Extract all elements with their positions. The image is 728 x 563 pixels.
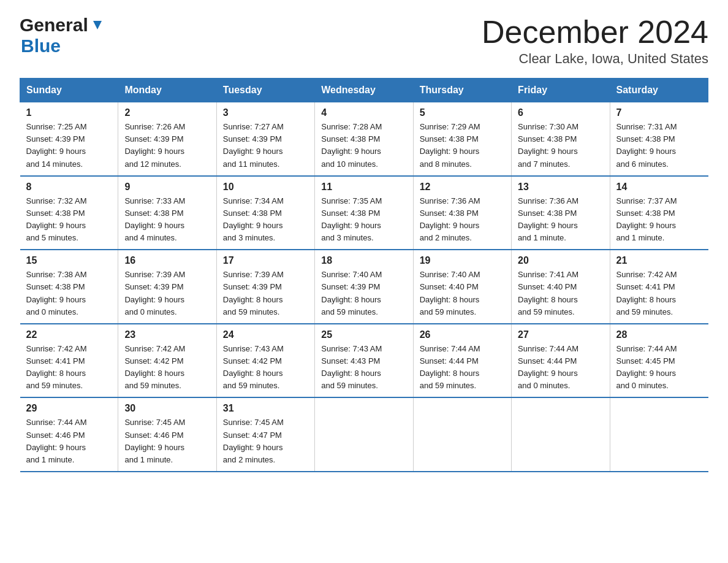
calendar-cell: 30 Sunrise: 7:45 AMSunset: 4:46 PMDaylig… — [118, 397, 216, 472]
calendar-cell: 24 Sunrise: 7:43 AMSunset: 4:42 PMDaylig… — [216, 324, 314, 398]
calendar-cell: 27 Sunrise: 7:44 AMSunset: 4:44 PMDaylig… — [512, 324, 610, 398]
calendar-title: December 2024 — [482, 15, 708, 50]
day-info: Sunrise: 7:40 AMSunset: 4:40 PMDaylight:… — [420, 269, 505, 318]
day-info: Sunrise: 7:29 AMSunset: 4:38 PMDaylight:… — [420, 121, 505, 170]
page-header: General Blue December 2024 Clear Lake, I… — [20, 15, 708, 67]
calendar-cell: 25 Sunrise: 7:43 AMSunset: 4:43 PMDaylig… — [315, 324, 413, 398]
calendar-cell — [610, 397, 708, 472]
day-number: 29 — [26, 403, 112, 414]
logo-arrow — [91, 18, 104, 32]
day-info: Sunrise: 7:28 AMSunset: 4:38 PMDaylight:… — [321, 121, 406, 170]
day-of-week-header: Thursday — [413, 79, 511, 102]
title-block: December 2024 Clear Lake, Iowa, United S… — [482, 15, 708, 67]
day-info: Sunrise: 7:40 AMSunset: 4:39 PMDaylight:… — [321, 269, 406, 318]
day-number: 14 — [616, 182, 702, 193]
day-number: 24 — [223, 329, 308, 340]
calendar-cell — [512, 397, 610, 472]
day-of-week-header: Saturday — [610, 79, 708, 102]
calendar-cell: 13 Sunrise: 7:36 AMSunset: 4:38 PMDaylig… — [512, 176, 610, 250]
day-number: 16 — [124, 255, 210, 266]
day-number: 19 — [420, 255, 505, 266]
day-number: 26 — [420, 329, 505, 340]
day-info: Sunrise: 7:39 AMSunset: 4:39 PMDaylight:… — [223, 269, 308, 318]
logo-blue: Blue — [20, 36, 61, 56]
day-info: Sunrise: 7:43 AMSunset: 4:42 PMDaylight:… — [223, 343, 308, 393]
calendar-subtitle: Clear Lake, Iowa, United States — [482, 51, 708, 67]
calendar-cell — [413, 397, 511, 472]
logo-general: General — [20, 15, 88, 36]
day-info: Sunrise: 7:35 AMSunset: 4:38 PMDaylight:… — [321, 195, 406, 245]
day-info: Sunrise: 7:31 AMSunset: 4:38 PMDaylight:… — [616, 121, 702, 170]
day-number: 15 — [26, 255, 112, 266]
calendar-week-row: 22 Sunrise: 7:42 AMSunset: 4:41 PMDaylig… — [20, 324, 708, 398]
calendar-cell: 21 Sunrise: 7:42 AMSunset: 4:41 PMDaylig… — [610, 250, 708, 324]
day-info: Sunrise: 7:42 AMSunset: 4:42 PMDaylight:… — [124, 343, 210, 393]
logo: General Blue — [20, 15, 104, 56]
day-number: 21 — [616, 255, 702, 266]
calendar-cell: 28 Sunrise: 7:44 AMSunset: 4:45 PMDaylig… — [610, 324, 708, 398]
day-info: Sunrise: 7:41 AMSunset: 4:40 PMDaylight:… — [518, 269, 603, 318]
day-info: Sunrise: 7:25 AMSunset: 4:39 PMDaylight:… — [26, 121, 112, 170]
logo-triangle-icon — [91, 18, 104, 32]
calendar-week-row: 8 Sunrise: 7:32 AMSunset: 4:38 PMDayligh… — [20, 176, 708, 250]
day-info: Sunrise: 7:27 AMSunset: 4:39 PMDaylight:… — [223, 121, 308, 170]
calendar-week-row: 1 Sunrise: 7:25 AMSunset: 4:39 PMDayligh… — [20, 102, 708, 176]
calendar-week-row: 15 Sunrise: 7:38 AMSunset: 4:38 PMDaylig… — [20, 250, 708, 324]
calendar-cell: 12 Sunrise: 7:36 AMSunset: 4:38 PMDaylig… — [413, 176, 511, 250]
day-number: 5 — [420, 107, 505, 118]
day-number: 18 — [321, 255, 406, 266]
day-number: 27 — [518, 329, 603, 340]
calendar-cell: 9 Sunrise: 7:33 AMSunset: 4:38 PMDayligh… — [118, 176, 216, 250]
day-info: Sunrise: 7:30 AMSunset: 4:38 PMDaylight:… — [518, 121, 603, 170]
calendar-cell — [315, 397, 413, 472]
day-info: Sunrise: 7:44 AMSunset: 4:46 PMDaylight:… — [26, 416, 112, 466]
day-number: 31 — [223, 403, 308, 414]
calendar-cell: 2 Sunrise: 7:26 AMSunset: 4:39 PMDayligh… — [118, 102, 216, 176]
day-number: 11 — [321, 182, 406, 193]
day-of-week-header: Sunday — [20, 79, 118, 102]
day-number: 7 — [616, 107, 702, 118]
day-number: 2 — [124, 107, 210, 118]
calendar-cell: 7 Sunrise: 7:31 AMSunset: 4:38 PMDayligh… — [610, 102, 708, 176]
day-info: Sunrise: 7:39 AMSunset: 4:39 PMDaylight:… — [124, 269, 210, 318]
calendar-cell: 11 Sunrise: 7:35 AMSunset: 4:38 PMDaylig… — [315, 176, 413, 250]
day-of-week-header: Wednesday — [315, 79, 413, 102]
day-info: Sunrise: 7:38 AMSunset: 4:38 PMDaylight:… — [26, 269, 112, 318]
calendar-table: SundayMondayTuesdayWednesdayThursdayFrid… — [20, 78, 708, 472]
calendar-cell: 3 Sunrise: 7:27 AMSunset: 4:39 PMDayligh… — [216, 102, 314, 176]
day-info: Sunrise: 7:45 AMSunset: 4:46 PMDaylight:… — [124, 416, 210, 466]
day-number: 17 — [223, 255, 308, 266]
day-number: 13 — [518, 182, 603, 193]
day-number: 3 — [223, 107, 308, 118]
day-info: Sunrise: 7:26 AMSunset: 4:39 PMDaylight:… — [124, 121, 210, 170]
calendar-cell: 8 Sunrise: 7:32 AMSunset: 4:38 PMDayligh… — [20, 176, 118, 250]
day-of-week-header: Monday — [118, 79, 216, 102]
day-number: 12 — [420, 182, 505, 193]
calendar-cell: 18 Sunrise: 7:40 AMSunset: 4:39 PMDaylig… — [315, 250, 413, 324]
calendar-cell: 4 Sunrise: 7:28 AMSunset: 4:38 PMDayligh… — [315, 102, 413, 176]
svg-marker-0 — [93, 21, 102, 29]
day-info: Sunrise: 7:42 AMSunset: 4:41 PMDaylight:… — [616, 269, 702, 318]
day-info: Sunrise: 7:44 AMSunset: 4:44 PMDaylight:… — [518, 343, 603, 393]
day-number: 4 — [321, 107, 406, 118]
day-number: 30 — [124, 403, 210, 414]
calendar-cell: 1 Sunrise: 7:25 AMSunset: 4:39 PMDayligh… — [20, 102, 118, 176]
day-info: Sunrise: 7:36 AMSunset: 4:38 PMDaylight:… — [420, 195, 505, 245]
day-info: Sunrise: 7:44 AMSunset: 4:44 PMDaylight:… — [420, 343, 505, 393]
day-number: 28 — [616, 329, 702, 340]
calendar-cell: 22 Sunrise: 7:42 AMSunset: 4:41 PMDaylig… — [20, 324, 118, 398]
day-number: 20 — [518, 255, 603, 266]
calendar-cell: 16 Sunrise: 7:39 AMSunset: 4:39 PMDaylig… — [118, 250, 216, 324]
calendar-cell: 17 Sunrise: 7:39 AMSunset: 4:39 PMDaylig… — [216, 250, 314, 324]
day-info: Sunrise: 7:45 AMSunset: 4:47 PMDaylight:… — [223, 416, 308, 466]
calendar-header-row: SundayMondayTuesdayWednesdayThursdayFrid… — [20, 79, 708, 102]
calendar-cell: 26 Sunrise: 7:44 AMSunset: 4:44 PMDaylig… — [413, 324, 511, 398]
calendar-cell: 31 Sunrise: 7:45 AMSunset: 4:47 PMDaylig… — [216, 397, 314, 472]
day-number: 1 — [26, 107, 112, 118]
day-info: Sunrise: 7:34 AMSunset: 4:38 PMDaylight:… — [223, 195, 308, 245]
day-of-week-header: Tuesday — [216, 79, 314, 102]
calendar-cell: 14 Sunrise: 7:37 AMSunset: 4:38 PMDaylig… — [610, 176, 708, 250]
day-info: Sunrise: 7:32 AMSunset: 4:38 PMDaylight:… — [26, 195, 112, 245]
day-number: 25 — [321, 329, 406, 340]
calendar-cell: 20 Sunrise: 7:41 AMSunset: 4:40 PMDaylig… — [512, 250, 610, 324]
